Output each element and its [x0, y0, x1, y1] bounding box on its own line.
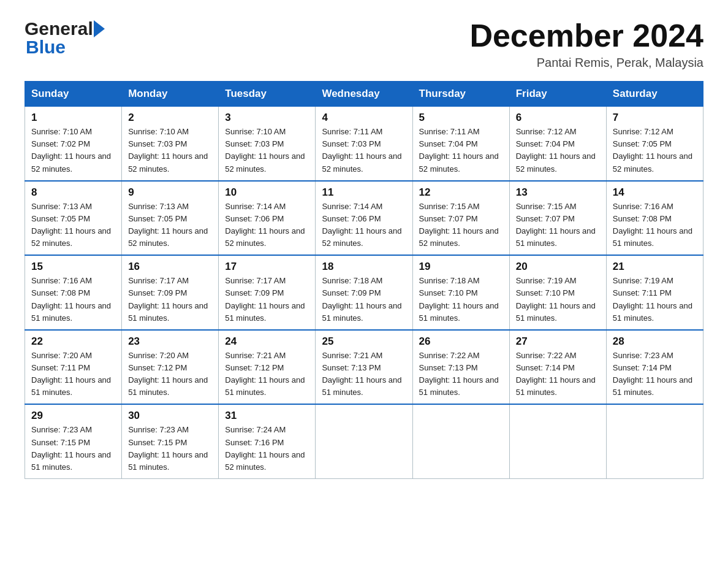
day-number: 15 — [31, 261, 115, 273]
day-info: Sunrise: 7:16 AMSunset: 7:08 PMDaylight:… — [31, 276, 111, 322]
calendar-cell: 3 Sunrise: 7:10 AMSunset: 7:03 PMDayligh… — [219, 107, 316, 181]
day-info: Sunrise: 7:23 AMSunset: 7:15 PMDaylight:… — [128, 425, 208, 471]
day-number: 14 — [613, 186, 697, 199]
day-info: Sunrise: 7:13 AMSunset: 7:05 PMDaylight:… — [31, 202, 111, 248]
day-number: 24 — [225, 335, 309, 348]
day-info: Sunrise: 7:18 AMSunset: 7:10 PMDaylight:… — [419, 276, 499, 322]
day-info: Sunrise: 7:15 AMSunset: 7:07 PMDaylight:… — [516, 202, 596, 248]
calendar-cell: 31 Sunrise: 7:24 AMSunset: 7:16 PMDaylig… — [219, 404, 316, 478]
day-number: 5 — [419, 112, 503, 124]
calendar-cell: 24 Sunrise: 7:21 AMSunset: 7:12 PMDaylig… — [219, 330, 316, 405]
calendar-table: SundayMondayTuesdayWednesdayThursdayFrid… — [25, 81, 703, 479]
day-number: 3 — [225, 112, 309, 124]
logo-arrow-icon — [94, 20, 105, 37]
day-number: 10 — [225, 186, 309, 199]
logo-general-text: General — [25, 18, 93, 39]
calendar-cell: 23 Sunrise: 7:20 AMSunset: 7:12 PMDaylig… — [122, 330, 219, 405]
day-info: Sunrise: 7:21 AMSunset: 7:13 PMDaylight:… — [322, 351, 401, 397]
day-info: Sunrise: 7:23 AMSunset: 7:14 PMDaylight:… — [613, 351, 692, 397]
day-info: Sunrise: 7:16 AMSunset: 7:08 PMDaylight:… — [613, 202, 692, 248]
column-header-wednesday: Wednesday — [316, 82, 412, 107]
logo-blue-text: Blue — [25, 37, 105, 58]
calendar-cell: 26 Sunrise: 7:22 AMSunset: 7:13 PMDaylig… — [412, 330, 509, 405]
day-number: 12 — [419, 186, 503, 199]
location-subtitle: Pantai Remis, Perak, Malaysia — [469, 56, 703, 70]
day-info: Sunrise: 7:11 AMSunset: 7:03 PMDaylight:… — [322, 127, 401, 173]
calendar-cell: 19 Sunrise: 7:18 AMSunset: 7:10 PMDaylig… — [412, 255, 509, 330]
calendar-cell — [316, 404, 412, 478]
calendar-cell: 10 Sunrise: 7:14 AMSunset: 7:06 PMDaylig… — [219, 181, 316, 256]
calendar-cell: 6 Sunrise: 7:12 AMSunset: 7:04 PMDayligh… — [509, 107, 606, 181]
day-info: Sunrise: 7:12 AMSunset: 7:05 PMDaylight:… — [613, 127, 692, 173]
day-number: 4 — [322, 112, 406, 124]
day-info: Sunrise: 7:10 AMSunset: 7:02 PMDaylight:… — [31, 127, 111, 173]
day-number: 30 — [128, 410, 212, 422]
calendar-cell: 1 Sunrise: 7:10 AMSunset: 7:02 PMDayligh… — [25, 107, 122, 181]
day-info: Sunrise: 7:14 AMSunset: 7:06 PMDaylight:… — [225, 202, 305, 248]
calendar-week-row: 15 Sunrise: 7:16 AMSunset: 7:08 PMDaylig… — [25, 255, 703, 330]
logo: General Blue — [25, 18, 105, 58]
column-header-monday: Monday — [122, 82, 219, 107]
column-header-sunday: Sunday — [25, 82, 122, 107]
day-info: Sunrise: 7:11 AMSunset: 7:04 PMDaylight:… — [419, 127, 499, 173]
calendar-cell: 25 Sunrise: 7:21 AMSunset: 7:13 PMDaylig… — [316, 330, 412, 405]
calendar-cell: 11 Sunrise: 7:14 AMSunset: 7:06 PMDaylig… — [316, 181, 412, 256]
calendar-cell: 21 Sunrise: 7:19 AMSunset: 7:11 PMDaylig… — [606, 255, 703, 330]
day-number: 1 — [31, 112, 115, 124]
day-info: Sunrise: 7:10 AMSunset: 7:03 PMDaylight:… — [128, 127, 208, 173]
day-number: 6 — [516, 112, 600, 124]
calendar-cell: 12 Sunrise: 7:15 AMSunset: 7:07 PMDaylig… — [412, 181, 509, 256]
column-header-tuesday: Tuesday — [219, 82, 316, 107]
calendar-cell: 30 Sunrise: 7:23 AMSunset: 7:15 PMDaylig… — [122, 404, 219, 478]
column-header-saturday: Saturday — [606, 82, 703, 107]
day-info: Sunrise: 7:20 AMSunset: 7:12 PMDaylight:… — [128, 351, 208, 397]
calendar-cell: 16 Sunrise: 7:17 AMSunset: 7:09 PMDaylig… — [122, 255, 219, 330]
day-number: 16 — [128, 261, 212, 273]
calendar-cell — [606, 404, 703, 478]
day-number: 29 — [31, 410, 115, 422]
calendar-week-row: 22 Sunrise: 7:20 AMSunset: 7:11 PMDaylig… — [25, 330, 703, 405]
day-number: 23 — [128, 335, 212, 348]
day-info: Sunrise: 7:22 AMSunset: 7:13 PMDaylight:… — [419, 351, 499, 397]
day-info: Sunrise: 7:12 AMSunset: 7:04 PMDaylight:… — [516, 127, 596, 173]
day-info: Sunrise: 7:13 AMSunset: 7:05 PMDaylight:… — [128, 202, 208, 248]
calendar-cell: 27 Sunrise: 7:22 AMSunset: 7:14 PMDaylig… — [509, 330, 606, 405]
calendar-week-row: 8 Sunrise: 7:13 AMSunset: 7:05 PMDayligh… — [25, 181, 703, 256]
calendar-cell: 5 Sunrise: 7:11 AMSunset: 7:04 PMDayligh… — [412, 107, 509, 181]
calendar-cell — [509, 404, 606, 478]
day-number: 27 — [516, 335, 600, 348]
calendar-cell: 17 Sunrise: 7:17 AMSunset: 7:09 PMDaylig… — [219, 255, 316, 330]
month-title: December 2024 — [469, 18, 703, 53]
day-info: Sunrise: 7:21 AMSunset: 7:12 PMDaylight:… — [225, 351, 305, 397]
day-number: 19 — [419, 261, 503, 273]
day-info: Sunrise: 7:19 AMSunset: 7:11 PMDaylight:… — [613, 276, 692, 322]
day-info: Sunrise: 7:20 AMSunset: 7:11 PMDaylight:… — [31, 351, 111, 397]
day-info: Sunrise: 7:14 AMSunset: 7:06 PMDaylight:… — [322, 202, 401, 248]
day-number: 2 — [128, 112, 212, 124]
calendar-cell: 14 Sunrise: 7:16 AMSunset: 7:08 PMDaylig… — [606, 181, 703, 256]
day-info: Sunrise: 7:17 AMSunset: 7:09 PMDaylight:… — [128, 276, 208, 322]
calendar-cell: 29 Sunrise: 7:23 AMSunset: 7:15 PMDaylig… — [25, 404, 122, 478]
day-number: 8 — [31, 186, 115, 199]
title-block: December 2024 Pantai Remis, Perak, Malay… — [469, 18, 703, 70]
day-number: 22 — [31, 335, 115, 348]
calendar-cell: 20 Sunrise: 7:19 AMSunset: 7:10 PMDaylig… — [509, 255, 606, 330]
calendar-week-row: 1 Sunrise: 7:10 AMSunset: 7:02 PMDayligh… — [25, 107, 703, 181]
calendar-cell: 22 Sunrise: 7:20 AMSunset: 7:11 PMDaylig… — [25, 330, 122, 405]
calendar-cell: 8 Sunrise: 7:13 AMSunset: 7:05 PMDayligh… — [25, 181, 122, 256]
calendar-cell: 9 Sunrise: 7:13 AMSunset: 7:05 PMDayligh… — [122, 181, 219, 256]
day-info: Sunrise: 7:22 AMSunset: 7:14 PMDaylight:… — [516, 351, 596, 397]
day-info: Sunrise: 7:19 AMSunset: 7:10 PMDaylight:… — [516, 276, 596, 322]
calendar-cell — [412, 404, 509, 478]
calendar-cell: 15 Sunrise: 7:16 AMSunset: 7:08 PMDaylig… — [25, 255, 122, 330]
day-number: 25 — [322, 335, 406, 348]
day-info: Sunrise: 7:24 AMSunset: 7:16 PMDaylight:… — [225, 425, 305, 471]
day-number: 17 — [225, 261, 309, 273]
calendar-week-row: 29 Sunrise: 7:23 AMSunset: 7:15 PMDaylig… — [25, 404, 703, 478]
column-header-friday: Friday — [509, 82, 606, 107]
calendar-header-row: SundayMondayTuesdayWednesdayThursdayFrid… — [25, 82, 703, 107]
day-number: 7 — [613, 112, 697, 124]
calendar-cell: 7 Sunrise: 7:12 AMSunset: 7:05 PMDayligh… — [606, 107, 703, 181]
day-info: Sunrise: 7:10 AMSunset: 7:03 PMDaylight:… — [225, 127, 305, 173]
day-number: 21 — [613, 261, 697, 273]
